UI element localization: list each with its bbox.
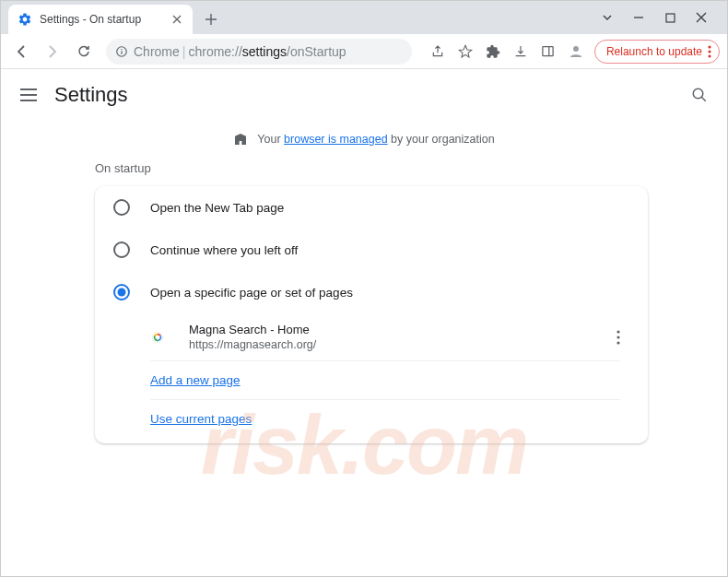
- omnibox-scheme: Chrome: [134, 44, 180, 59]
- tab-title: Settings - On startup: [40, 13, 163, 26]
- option-new-tab[interactable]: Open the New Tab page: [95, 186, 648, 229]
- search-icon[interactable]: [690, 86, 709, 104]
- svg-point-2: [121, 48, 122, 49]
- browser-tab[interactable]: Settings - On startup: [8, 5, 193, 34]
- svg-point-14: [616, 341, 619, 344]
- svg-point-12: [616, 330, 619, 333]
- svg-rect-4: [543, 47, 553, 56]
- close-window-icon[interactable]: [694, 10, 709, 25]
- window-controls: [600, 1, 727, 34]
- reload-button[interactable]: [71, 39, 97, 65]
- radio-icon: [113, 241, 130, 258]
- settings-header: Settings: [1, 69, 727, 121]
- forward-button[interactable]: [40, 39, 65, 65]
- site-info-icon[interactable]: [115, 45, 128, 58]
- page-more-button[interactable]: [607, 326, 629, 348]
- svg-rect-3: [121, 51, 122, 54]
- share-icon[interactable]: [429, 42, 447, 61]
- page-entry-title: Magna Search - Home: [189, 323, 607, 336]
- section-label: On startup: [21, 161, 707, 186]
- page-entry-url: https://magnasearch.org/: [189, 338, 607, 351]
- minimize-icon[interactable]: [631, 10, 646, 25]
- startup-page-entry: Magna Search - Home https://magnasearch.…: [150, 313, 639, 360]
- svg-point-7: [709, 45, 711, 48]
- tab-favicon-settings: [18, 12, 32, 27]
- browser-toolbar: Chrome | chrome://settings/onStartup Rel…: [1, 34, 727, 69]
- menu-icon[interactable]: [19, 86, 38, 104]
- new-tab-button[interactable]: [198, 6, 224, 32]
- chevron-down-icon[interactable]: [600, 10, 615, 25]
- maximize-icon[interactable]: [663, 10, 677, 25]
- menu-dots-icon: [708, 45, 711, 58]
- svg-point-13: [616, 336, 619, 338]
- extensions-icon[interactable]: [484, 42, 502, 61]
- bookmark-icon[interactable]: [456, 42, 475, 61]
- profile-icon[interactable]: [567, 42, 585, 61]
- building-icon: [233, 132, 248, 147]
- back-button[interactable]: [8, 39, 34, 65]
- svg-rect-0: [666, 14, 675, 22]
- downloads-icon[interactable]: [511, 42, 530, 61]
- use-current-pages-link[interactable]: Use current pages: [150, 399, 620, 438]
- svg-point-6: [573, 46, 579, 52]
- startup-card: Open the New Tab page Continue where you…: [95, 186, 648, 443]
- managed-banner: Your browser is managed by your organiza…: [1, 121, 727, 161]
- option-specific-pages[interactable]: Open a specific page or set of pages: [95, 271, 648, 313]
- side-panel-icon[interactable]: [539, 42, 558, 61]
- browser-managed-link[interactable]: browser is managed: [284, 133, 388, 146]
- tab-bar: Settings - On startup: [1, 1, 727, 34]
- option-continue[interactable]: Continue where you left off: [95, 229, 648, 271]
- radio-icon-selected: [113, 284, 130, 300]
- page-favicon: [150, 330, 165, 345]
- relaunch-update-button[interactable]: Relaunch to update: [594, 40, 720, 64]
- close-icon[interactable]: [170, 13, 183, 26]
- omnibox[interactable]: Chrome | chrome://settings/onStartup: [106, 39, 412, 65]
- add-page-link[interactable]: Add a new page: [150, 360, 620, 399]
- svg-point-8: [709, 50, 711, 53]
- omnibox-url: chrome://settings/onStartup: [188, 44, 346, 59]
- settings-content: On startup Open the New Tab page Continu…: [1, 161, 727, 443]
- radio-icon: [113, 199, 130, 216]
- svg-point-10: [693, 88, 703, 99]
- svg-point-9: [709, 54, 711, 57]
- page-title: Settings: [54, 83, 128, 107]
